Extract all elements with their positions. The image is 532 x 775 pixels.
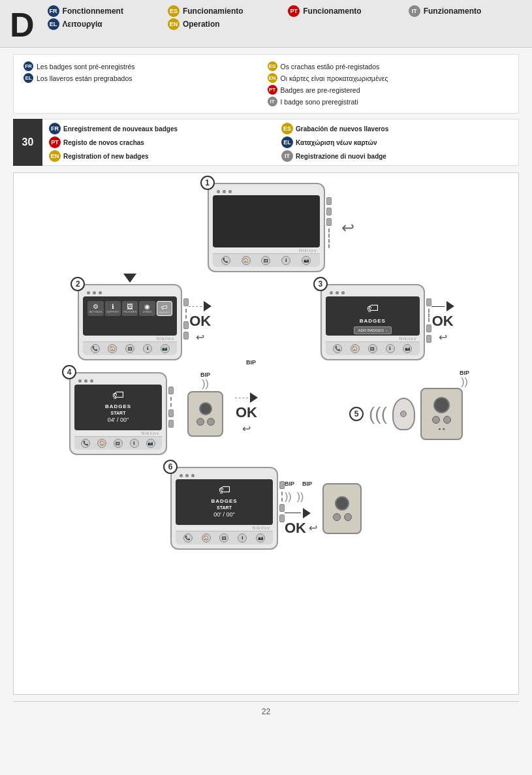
step4-block: 4 BIP: [69, 372, 258, 455]
icon4-4: ℹ: [130, 439, 139, 448]
icon6-4: ℹ: [238, 533, 247, 543]
dot4-1: [78, 379, 82, 383]
bip-above-bell5: BIP )): [460, 370, 469, 388]
side-btn1: [326, 197, 332, 205]
sound-wave-5: )): [460, 376, 469, 388]
badge-en-30: EN: [49, 150, 61, 162]
bip-waves-6: )) )): [285, 491, 304, 503]
menu-support: ℹ SUPPORT: [105, 301, 121, 316]
step4-device-wrap: 4 BIP: [69, 372, 223, 455]
icon2-2: 🏠: [108, 344, 117, 353]
step6-arrow-area: [285, 508, 311, 518]
bottom-bar-step4: 📞 🏠 🖼 ℹ 📷: [74, 436, 162, 450]
side-btn3-2: [426, 324, 431, 332]
dot4-2: [84, 379, 87, 383]
pre-reg-el-text: Los llaveros están pregrabados: [37, 74, 133, 82]
badge-it: IT: [409, 5, 420, 17]
device-step2: ⚙ SETTINGS ℹ SUPPORT 🖼: [78, 284, 182, 360]
step6-circle: 6: [163, 460, 178, 474]
side-btn4-1: [168, 387, 174, 394]
bottom-bar-step1: 📞 🏠 🖼 ℹ 📷: [213, 253, 320, 267]
step30-es: ES Grabación de nuevos llaveros: [281, 123, 512, 134]
ok-step2: OK: [189, 313, 211, 330]
step6-block: 6 🏷 BADGES: [170, 467, 362, 550]
side-btn2: [326, 208, 332, 215]
step2-ok-area: OK ↩: [189, 301, 211, 343]
brand-step1: Nikilov: [213, 247, 320, 253]
side-btn6-2: [279, 504, 285, 512]
step2-arrow-ok: [189, 301, 211, 311]
pre-reg-en-text: Οι κάρτες είναι προκαταχωρισμένες: [281, 74, 388, 82]
screen-step2: ⚙ SETTINGS ℹ SUPPORT 🖼: [83, 296, 177, 336]
header: D FR Fonctionnement ES Funcionamiento PT…: [0, 0, 532, 48]
step4-ok-area: OK ↩: [235, 392, 258, 435]
zones-lbl: ZONES: [140, 310, 153, 313]
pre-reg-fr-text: Les badges sont pré-enregistrés: [37, 63, 135, 71]
line6: [285, 513, 301, 513]
menu-settings: ⚙ SETTINGS: [87, 301, 103, 316]
menu-badges: 🏷 BADGES: [157, 301, 172, 316]
lang-en-text: Operation: [183, 20, 220, 29]
step3-ok-area: OK ↩: [431, 301, 454, 343]
dot3: [228, 190, 232, 193]
icon4-3: 🖼: [114, 439, 123, 448]
dashed-v4: [170, 397, 174, 407]
icon4: ℹ: [281, 256, 290, 265]
step1-block: 1 Nikilov 📞 🏠: [208, 183, 325, 272]
lang-el: EL Λειτουργία: [48, 18, 161, 30]
pre-reg-es: ES Os crachas estão pré-registados: [268, 61, 509, 71]
bip-text-4: BIP: [200, 372, 210, 378]
lang-fr-text: Fonctionnement: [63, 7, 123, 16]
add-badges-btn[interactable]: ADD BADGES ›: [354, 326, 392, 334]
badges-label-6: BADGES: [211, 498, 237, 504]
steps45-row: 4 BIP: [23, 372, 509, 455]
icon5: 📷: [302, 256, 311, 265]
return-step2: ↩: [196, 331, 204, 343]
device-step6: 🏷 BADGES START 00' / 00" Nikilov 📞 🏠: [170, 467, 278, 550]
doorbell-btn6-1: [333, 513, 341, 521]
icon4-2: 🏠: [97, 439, 106, 448]
icon4-1: 📞: [81, 439, 90, 448]
step5-badge-door: (((: [369, 388, 463, 440]
icon3-2: 🏠: [351, 344, 360, 353]
doorbell-buttons-5: [432, 416, 451, 424]
step30-number: 30: [13, 119, 42, 166]
pre-reg-en: EN Οι κάρτες είναι προκαταχωρισμένες: [268, 73, 509, 83]
dot1: [217, 190, 220, 193]
icon6-1: 📞: [183, 533, 193, 543]
doorbell-lens-6: [335, 496, 349, 511]
dot2-3: [99, 291, 102, 294]
step3-arrow-ok: [431, 301, 454, 311]
ok-step4: OK: [236, 404, 257, 421]
step30-pt-text: Registo de novos crachas: [63, 139, 144, 146]
return-step4: ↩: [242, 422, 251, 435]
badge-en-small: EN: [268, 73, 277, 83]
brand-step6: Nikilov: [176, 525, 273, 531]
return-arrow-1: ↩: [341, 219, 354, 237]
step2-block: 2 ⚙: [78, 284, 211, 360]
badges-label-3: BADGES: [360, 318, 386, 324]
pre-reg-fr: FR Les badges sont pré-enregistrés: [23, 61, 265, 71]
side-btn6-3: [279, 514, 285, 522]
menu-zones: ◉ ZONES: [139, 301, 155, 316]
step3-circle: 3: [313, 277, 328, 291]
lang-pt-text: Funcionamento: [303, 7, 361, 16]
bip-area-4: BIP: [246, 359, 256, 366]
support-sym: ℹ: [112, 303, 114, 310]
page: D FR Fonctionnement ES Funcionamiento PT…: [0, 0, 532, 775]
side-btn2-1: [183, 298, 189, 306]
pre-reg-col-left: FR Les badges sont pré-enregistrés EL Lo…: [23, 61, 265, 106]
badges-icon-6: 🏷: [219, 483, 230, 497]
ok-step6: OK: [285, 520, 306, 537]
step30-row: 30 FR Enregistrement de nouveaux badges …: [13, 119, 519, 166]
side-btn3-1: [426, 298, 431, 306]
bip-above-bell4: BIP )): [200, 372, 210, 390]
start-label-4: START: [111, 411, 126, 415]
menu-pictures: 🖼 PICTURES: [122, 301, 138, 316]
settings-lbl: SETTINGS: [89, 310, 102, 313]
badge-pt-small: PT: [268, 85, 277, 95]
side-btn4-2: [168, 409, 174, 417]
dot6-2: [185, 474, 189, 477]
start-time-6: 00' / 00": [213, 511, 234, 518]
ok-step3: OK: [432, 313, 454, 330]
